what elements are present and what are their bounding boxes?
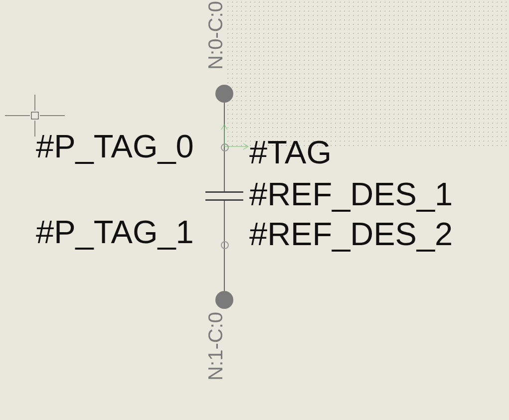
pin-node-top[interactable] [215, 85, 233, 103]
cap-plate-bottom [205, 199, 243, 201]
wire-bottom[interactable] [224, 200, 225, 300]
svg-rect-6 [31, 112, 38, 119]
net-label-bottom[interactable]: N:1-C:0 [204, 312, 227, 381]
net-label-top[interactable]: N:0-C:0 [204, 1, 227, 70]
pin-node-bottom[interactable] [215, 291, 233, 309]
label-p-tag-1[interactable]: #P_TAG_1 [36, 213, 194, 251]
schematic-canvas[interactable]: N:0-C:0 N:1-C:0 #P_TAG_0 #P_TAG_1 #TAG #… [0, 0, 509, 420]
label-tag[interactable]: #TAG [249, 134, 332, 171]
label-ref-des-2[interactable]: #REF_DES_2 [249, 215, 453, 253]
cap-plate-top [205, 191, 243, 193]
dot-grid [226, 0, 509, 149]
label-ref-des-1[interactable]: #REF_DES_1 [249, 175, 453, 213]
label-p-tag-0[interactable]: #P_TAG_0 [36, 128, 194, 165]
junction-lower [221, 241, 229, 249]
